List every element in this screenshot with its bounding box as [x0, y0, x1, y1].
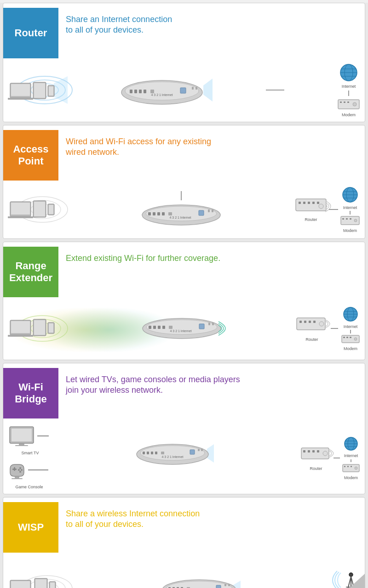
- svg-rect-133: [198, 449, 200, 451]
- svg-line-176: [344, 577, 351, 588]
- svg-rect-131: [161, 452, 164, 454]
- range-extender-label: RangeExtender: [3, 247, 58, 297]
- svg-rect-109: [346, 337, 348, 338]
- range-extender-heading: Extend existing Wi-Fi for further covera…: [66, 253, 356, 264]
- console-label: Game Console: [8, 485, 49, 489]
- router-diagram: 4 3 2 1 Internet Internet: [3, 61, 365, 122]
- ap-right-network: Router Internet: [295, 186, 360, 233]
- ap-router-svg: 4 3 2 1 Internet: [140, 200, 223, 228]
- svg-rect-70: [342, 218, 344, 220]
- svg-rect-86: [149, 326, 151, 329]
- bridge-left-devices: Smart TV: [8, 426, 49, 489]
- range-extender-title: Extend existing Wi-Fi for further covera…: [58, 247, 360, 264]
- wisp-router-svg: 4 3 2 1 Internet: [160, 572, 241, 588]
- re-extender-svg: 4 3 2 1 Internet: [140, 312, 223, 345]
- svg-rect-88: [158, 326, 161, 329]
- svg-rect-78: [11, 321, 30, 333]
- ap-modem-icon: Modem: [340, 215, 360, 233]
- svg-rect-49: [157, 212, 160, 215]
- access-point-card: AccessPoint Wired and Wi-Fi access for a…: [3, 125, 365, 239]
- ap-devices-svg: [8, 189, 68, 230]
- svg-rect-48: [153, 212, 155, 215]
- gamepad-icon: [8, 460, 26, 480]
- svg-rect-123: [12, 478, 23, 479]
- internet-label: Internet: [342, 84, 356, 89]
- router-heading: Share an Internet connectionto all of yo…: [66, 14, 356, 36]
- wisp-title: Share a wireless Internet connectionto a…: [58, 502, 360, 530]
- router-card: Router Share an Internet connectionto al…: [3, 3, 365, 122]
- svg-rect-18: [150, 90, 154, 93]
- ap-center: 4 3 2 1 Internet: [140, 191, 223, 228]
- router-line: [266, 90, 284, 90]
- svg-rect-17: [144, 90, 146, 93]
- access-point-label: AccessPoint: [3, 130, 58, 181]
- svg-rect-114: [19, 443, 24, 445]
- range-extender-card: RangeExtender Extend existing Wi-Fi for …: [3, 242, 365, 360]
- wifi-bridge-diagram: Smart TV: [3, 421, 365, 494]
- svg-text:4  3  2  1  Internet: 4 3 2 1 Internet: [151, 93, 173, 96]
- svg-point-141: [323, 451, 328, 456]
- svg-rect-128: [147, 452, 149, 454]
- access-point-diagram: 4 3 2 1 Internet: [3, 183, 365, 238]
- svg-rect-31: [344, 102, 345, 103]
- svg-rect-19: [180, 88, 186, 93]
- svg-rect-115: [15, 445, 28, 446]
- svg-rect-172: [224, 584, 226, 586]
- svg-rect-87: [153, 326, 156, 329]
- wisp-header: WISP Share a wireless Internet connectio…: [3, 498, 365, 555]
- svg-point-111: [354, 338, 357, 340]
- svg-rect-171: [216, 585, 221, 588]
- router-header: Router Share an Internet connectionto al…: [3, 3, 365, 61]
- router-devices-svg: [8, 69, 68, 111]
- wisp-label: WISP: [3, 502, 58, 553]
- svg-rect-149: [344, 466, 345, 467]
- ap-router-label: Router: [305, 217, 317, 222]
- svg-rect-52: [199, 210, 204, 215]
- svg-rect-137: [303, 450, 305, 452]
- wifi-bridge-header: Wi-FiBridge Let wired TVs, game consoles…: [3, 363, 365, 421]
- wifi-bridge-card: Wi-FiBridge Let wired TVs, game consoles…: [3, 363, 365, 494]
- svg-rect-140: [317, 450, 319, 452]
- re-internet-label: Internet: [344, 324, 358, 329]
- svg-marker-11: [203, 79, 213, 102]
- wisp-devices-svg: [8, 565, 72, 588]
- svg-rect-139: [312, 450, 315, 452]
- svg-text:4  3  2  1  Internet: 4 3 2 1 Internet: [161, 455, 183, 458]
- svg-rect-97: [304, 321, 306, 323]
- svg-text:4  3  2  1  Internet: 4 3 2 1 Internet: [170, 329, 191, 333]
- svg-rect-81: [34, 320, 45, 335]
- svg-point-175: [349, 573, 353, 577]
- svg-rect-99: [313, 321, 316, 323]
- svg-rect-91: [199, 324, 204, 329]
- wifi-bridge-title: Let wired TVs, game consoles or media pl…: [58, 368, 360, 396]
- svg-rect-173: [228, 584, 230, 586]
- svg-rect-72: [350, 218, 351, 220]
- console-line: [28, 469, 48, 470]
- modem-label: Modem: [342, 113, 356, 117]
- svg-point-118: [19, 467, 21, 469]
- svg-rect-21: [196, 87, 197, 90]
- wisp-diagram: 4 3 2 1 Internet: [3, 555, 365, 588]
- router-internet-icon: Internet: [339, 63, 358, 89]
- svg-rect-39: [8, 216, 33, 218]
- svg-rect-92: [208, 322, 210, 325]
- router-right-side: Internet Modem: [337, 63, 360, 117]
- svg-rect-93: [212, 322, 214, 325]
- svg-rect-53: [208, 209, 210, 212]
- svg-text:4  3  2  1  Internet: 4 3 2 1 Internet: [169, 216, 191, 219]
- tv-icon: [8, 426, 35, 446]
- svg-rect-58: [303, 202, 305, 204]
- wisp-heading: Share a wireless Internet connectionto a…: [66, 509, 356, 530]
- svg-rect-47: [148, 212, 151, 215]
- svg-rect-50: [162, 212, 165, 215]
- bridge-modem-label: Modem: [344, 475, 358, 480]
- tv-line: [37, 435, 49, 436]
- access-point-heading: Wired and Wi-Fi access for any existingw…: [66, 136, 356, 158]
- access-point-title: Wired and Wi-Fi access for any existingw…: [58, 130, 360, 158]
- svg-rect-160: [35, 579, 46, 588]
- re-line: [331, 328, 338, 329]
- svg-rect-117: [12, 469, 17, 470]
- svg-rect-60: [312, 202, 315, 204]
- bridge-internet-label: Internet: [344, 453, 358, 458]
- svg-rect-38: [11, 203, 30, 215]
